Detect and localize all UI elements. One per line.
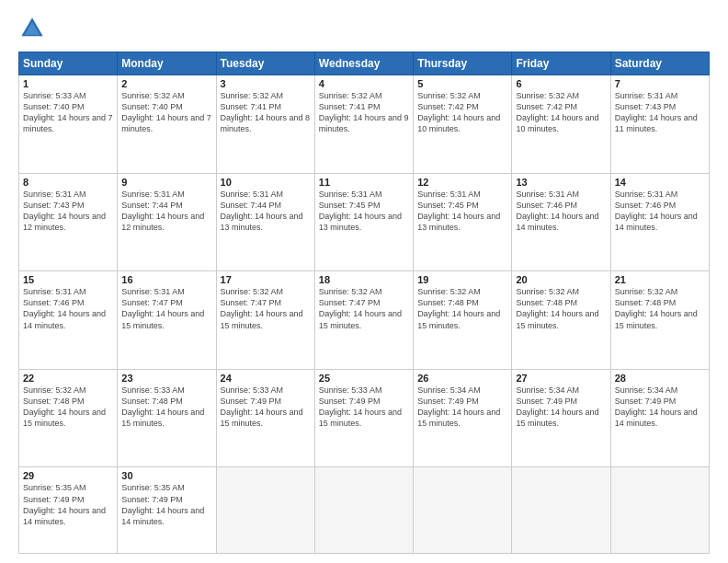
day-info: Sunrise: 5:31 AMSunset: 7:46 PMDaylight:… bbox=[516, 189, 606, 234]
day-info: Sunrise: 5:34 AMSunset: 7:49 PMDaylight:… bbox=[615, 385, 705, 430]
day-info: Sunrise: 5:31 AMSunset: 7:43 PMDaylight:… bbox=[615, 90, 705, 135]
weekday-header-tuesday: Tuesday bbox=[216, 52, 314, 75]
day-number: 28 bbox=[615, 373, 705, 384]
day-info: Sunrise: 5:32 AMSunset: 7:48 PMDaylight:… bbox=[516, 286, 606, 331]
day-info: Sunrise: 5:31 AMSunset: 7:44 PMDaylight:… bbox=[221, 189, 311, 234]
weekday-header-sunday: Sunday bbox=[19, 52, 118, 75]
calendar-cell: 12Sunrise: 5:31 AMSunset: 7:45 PMDayligh… bbox=[414, 173, 512, 271]
calendar-cell: 2Sunrise: 5:32 AMSunset: 7:40 PMDaylight… bbox=[118, 75, 216, 174]
calendar-cell bbox=[314, 467, 413, 554]
day-info: Sunrise: 5:34 AMSunset: 7:49 PMDaylight:… bbox=[417, 385, 507, 430]
day-info: Sunrise: 5:31 AMSunset: 7:45 PMDaylight:… bbox=[417, 189, 507, 234]
day-number: 27 bbox=[516, 373, 606, 384]
calendar-cell: 25Sunrise: 5:33 AMSunset: 7:49 PMDayligh… bbox=[314, 369, 413, 467]
day-number: 24 bbox=[221, 373, 311, 384]
day-number: 12 bbox=[417, 177, 507, 188]
calendar-cell: 28Sunrise: 5:34 AMSunset: 7:49 PMDayligh… bbox=[610, 369, 709, 467]
week-row-1: 1Sunrise: 5:33 AMSunset: 7:40 PMDaylight… bbox=[19, 75, 710, 174]
day-info: Sunrise: 5:32 AMSunset: 7:48 PMDaylight:… bbox=[615, 286, 705, 331]
calendar-cell: 18Sunrise: 5:32 AMSunset: 7:47 PMDayligh… bbox=[314, 271, 413, 370]
calendar-cell: 20Sunrise: 5:32 AMSunset: 7:48 PMDayligh… bbox=[512, 271, 610, 370]
calendar-cell: 16Sunrise: 5:31 AMSunset: 7:47 PMDayligh… bbox=[118, 271, 216, 370]
calendar-cell: 11Sunrise: 5:31 AMSunset: 7:45 PMDayligh… bbox=[314, 173, 413, 271]
day-number: 10 bbox=[221, 177, 311, 188]
weekday-header-saturday: Saturday bbox=[610, 52, 709, 75]
day-info: Sunrise: 5:32 AMSunset: 7:47 PMDaylight:… bbox=[319, 286, 409, 331]
day-number: 29 bbox=[23, 470, 113, 481]
calendar-cell: 9Sunrise: 5:31 AMSunset: 7:44 PMDaylight… bbox=[118, 173, 216, 271]
calendar-cell bbox=[610, 467, 709, 554]
day-number: 25 bbox=[319, 373, 409, 384]
day-number: 13 bbox=[516, 177, 606, 188]
calendar-cell: 19Sunrise: 5:32 AMSunset: 7:48 PMDayligh… bbox=[414, 271, 512, 370]
day-number: 17 bbox=[221, 274, 311, 285]
day-info: Sunrise: 5:32 AMSunset: 7:41 PMDaylight:… bbox=[319, 90, 409, 135]
calendar-cell: 13Sunrise: 5:31 AMSunset: 7:46 PMDayligh… bbox=[512, 173, 610, 271]
weekday-header-row: SundayMondayTuesdayWednesdayThursdayFrid… bbox=[19, 52, 710, 75]
day-number: 5 bbox=[417, 78, 507, 89]
weekday-header-thursday: Thursday bbox=[414, 52, 512, 75]
calendar-cell: 1Sunrise: 5:33 AMSunset: 7:40 PMDaylight… bbox=[19, 75, 118, 174]
day-info: Sunrise: 5:32 AMSunset: 7:48 PMDaylight:… bbox=[23, 385, 113, 430]
day-number: 26 bbox=[417, 373, 507, 384]
day-info: Sunrise: 5:35 AMSunset: 7:49 PMDaylight:… bbox=[121, 482, 211, 527]
day-number: 23 bbox=[121, 373, 211, 384]
day-number: 14 bbox=[615, 177, 705, 188]
calendar-cell: 24Sunrise: 5:33 AMSunset: 7:49 PMDayligh… bbox=[216, 369, 314, 467]
calendar-cell: 14Sunrise: 5:31 AMSunset: 7:46 PMDayligh… bbox=[610, 173, 709, 271]
day-number: 18 bbox=[319, 274, 409, 285]
day-info: Sunrise: 5:31 AMSunset: 7:45 PMDaylight:… bbox=[319, 189, 409, 234]
logo-icon bbox=[18, 15, 46, 42]
calendar-cell: 4Sunrise: 5:32 AMSunset: 7:41 PMDaylight… bbox=[314, 75, 413, 174]
calendar-cell bbox=[512, 467, 610, 554]
day-info: Sunrise: 5:32 AMSunset: 7:48 PMDaylight:… bbox=[417, 286, 507, 331]
calendar-cell: 22Sunrise: 5:32 AMSunset: 7:48 PMDayligh… bbox=[19, 369, 118, 467]
day-number: 16 bbox=[121, 274, 211, 285]
day-number: 19 bbox=[417, 274, 507, 285]
logo bbox=[18, 15, 50, 42]
day-info: Sunrise: 5:32 AMSunset: 7:41 PMDaylight:… bbox=[221, 90, 311, 135]
day-number: 3 bbox=[221, 78, 311, 89]
calendar-cell: 5Sunrise: 5:32 AMSunset: 7:42 PMDaylight… bbox=[414, 75, 512, 174]
day-info: Sunrise: 5:31 AMSunset: 7:46 PMDaylight:… bbox=[23, 286, 113, 331]
day-number: 6 bbox=[516, 78, 606, 89]
day-info: Sunrise: 5:33 AMSunset: 7:48 PMDaylight:… bbox=[121, 385, 211, 430]
week-row-3: 15Sunrise: 5:31 AMSunset: 7:46 PMDayligh… bbox=[19, 271, 710, 370]
calendar-cell: 3Sunrise: 5:32 AMSunset: 7:41 PMDaylight… bbox=[216, 75, 314, 174]
day-number: 20 bbox=[516, 274, 606, 285]
weekday-header-monday: Monday bbox=[118, 52, 216, 75]
calendar-cell: 7Sunrise: 5:31 AMSunset: 7:43 PMDaylight… bbox=[610, 75, 709, 174]
day-info: Sunrise: 5:33 AMSunset: 7:49 PMDaylight:… bbox=[221, 385, 311, 430]
calendar-cell: 23Sunrise: 5:33 AMSunset: 7:48 PMDayligh… bbox=[118, 369, 216, 467]
day-info: Sunrise: 5:33 AMSunset: 7:49 PMDaylight:… bbox=[319, 385, 409, 430]
calendar-cell: 10Sunrise: 5:31 AMSunset: 7:44 PMDayligh… bbox=[216, 173, 314, 271]
day-number: 8 bbox=[23, 177, 113, 188]
calendar-cell: 21Sunrise: 5:32 AMSunset: 7:48 PMDayligh… bbox=[610, 271, 709, 370]
calendar-cell: 17Sunrise: 5:32 AMSunset: 7:47 PMDayligh… bbox=[216, 271, 314, 370]
day-info: Sunrise: 5:32 AMSunset: 7:47 PMDaylight:… bbox=[221, 286, 311, 331]
calendar-cell: 8Sunrise: 5:31 AMSunset: 7:43 PMDaylight… bbox=[19, 173, 118, 271]
day-number: 15 bbox=[23, 274, 113, 285]
day-number: 4 bbox=[319, 78, 409, 89]
day-info: Sunrise: 5:34 AMSunset: 7:49 PMDaylight:… bbox=[516, 385, 606, 430]
calendar-cell: 6Sunrise: 5:32 AMSunset: 7:42 PMDaylight… bbox=[512, 75, 610, 174]
day-info: Sunrise: 5:31 AMSunset: 7:47 PMDaylight:… bbox=[121, 286, 211, 331]
calendar-cell: 30Sunrise: 5:35 AMSunset: 7:49 PMDayligh… bbox=[118, 467, 216, 554]
calendar-cell: 27Sunrise: 5:34 AMSunset: 7:49 PMDayligh… bbox=[512, 369, 610, 467]
day-number: 9 bbox=[121, 177, 211, 188]
day-number: 30 bbox=[121, 470, 211, 481]
day-number: 2 bbox=[121, 78, 211, 89]
day-number: 22 bbox=[23, 373, 113, 384]
calendar-cell bbox=[216, 467, 314, 554]
day-info: Sunrise: 5:31 AMSunset: 7:43 PMDaylight:… bbox=[23, 189, 113, 234]
day-info: Sunrise: 5:32 AMSunset: 7:42 PMDaylight:… bbox=[417, 90, 507, 135]
top-section bbox=[18, 15, 710, 42]
day-info: Sunrise: 5:35 AMSunset: 7:49 PMDaylight:… bbox=[23, 482, 113, 527]
calendar-cell: 26Sunrise: 5:34 AMSunset: 7:49 PMDayligh… bbox=[414, 369, 512, 467]
day-number: 11 bbox=[319, 177, 409, 188]
weekday-header-wednesday: Wednesday bbox=[314, 52, 413, 75]
day-info: Sunrise: 5:31 AMSunset: 7:46 PMDaylight:… bbox=[615, 189, 705, 234]
day-info: Sunrise: 5:31 AMSunset: 7:44 PMDaylight:… bbox=[121, 189, 211, 234]
day-number: 1 bbox=[23, 78, 113, 89]
calendar-table: SundayMondayTuesdayWednesdayThursdayFrid… bbox=[18, 52, 710, 554]
